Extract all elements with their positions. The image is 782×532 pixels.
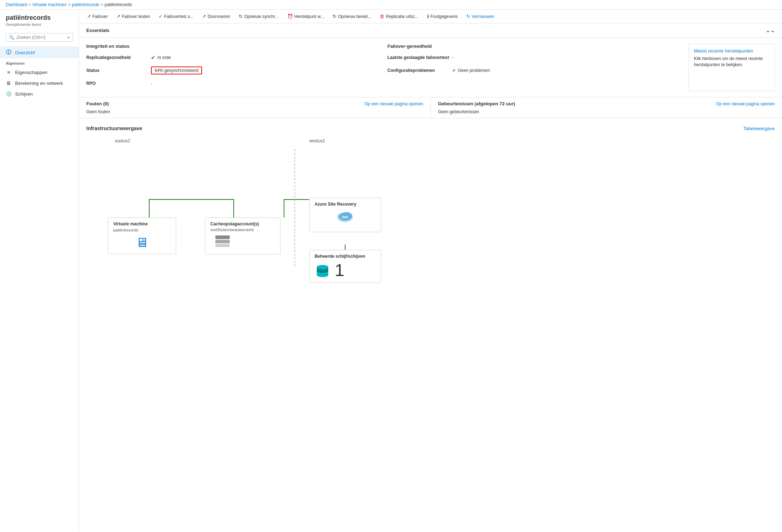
svg-point-8 (339, 212, 352, 221)
infra-title: Infrastructuurweergave (86, 125, 142, 131)
failover-column: Failover-gereedheid Laatste geslaagde fa… (388, 43, 674, 91)
toolbar: ↗ Failover ↗ Failover testen ✓ Failovert… (79, 10, 782, 23)
failover-icon: ↗ (87, 14, 91, 19)
doorvoeren-button[interactable]: ↗ Doorvoeren (198, 12, 234, 21)
laatste-failover-row: Laatste geslaagde failovertest - (388, 52, 674, 63)
breadcrumb-dashboard[interactable]: Dashboard (6, 2, 27, 7)
events-header: Gebeurtenissen (afgelopen 72 uur) Op een… (438, 101, 775, 106)
replicatie-button[interactable]: 🗑 Replicatie uitsc... (376, 12, 422, 21)
disk-count: 1 (335, 262, 344, 279)
svg-rect-4 (215, 244, 230, 247)
errors-header: Fouten (0) Op een nieuwe pagina openen (86, 101, 423, 106)
disk-icon (315, 262, 330, 279)
foutgegevens-button[interactable]: ℹ Foutgegevens (424, 12, 461, 21)
herstelpunten-box: Meest recente herstelpunten Klik hierbov… (689, 43, 775, 91)
rpo-row: RPO - (86, 78, 373, 88)
shield-icon: ↻ (333, 14, 337, 19)
check-icon: ✓ (159, 14, 163, 19)
events-column: Gebeurtenissen (afgelopen 72 uur) Op een… (431, 97, 782, 118)
search-input[interactable] (17, 35, 67, 40)
info-icon: ⓘ (6, 49, 12, 56)
errors-link[interactable]: Op een nieuwe pagina openen (365, 101, 423, 106)
search-box: 🔍 « (6, 33, 73, 42)
page-subtitle: Gerepliceerde items (6, 22, 73, 27)
events-link[interactable]: Op een nieuwe pagina openen (716, 101, 775, 106)
main-content: Essentials ⌄⌄ Integriteit en status Repl… (79, 23, 782, 532)
laatste-failover-value: - (452, 55, 454, 60)
breadcrumb: Dashboard > Virtuele machines > patiëntr… (0, 0, 782, 10)
sidebar-nav: ⓘ Overzicht Algemeen ≡ Eigenschappen 🖥 B… (0, 47, 79, 532)
vernieuwen-button[interactable]: ↻ Vernieuwen (463, 12, 498, 21)
sidebar-item-schijven[interactable]: 💿 Schijven (0, 88, 79, 99)
asr-icon (315, 210, 376, 228)
region-eastus2-label: eastus2 (115, 138, 130, 143)
failover-button[interactable]: ↗ Failover (83, 12, 111, 21)
infra-diagram: eastus2 westus2 (86, 138, 775, 275)
cache-box: Cacheopslagaccount(s) smd3hylamnavaulasr… (205, 217, 280, 254)
infra-header: Infrastructuurweergave Tabelweergave (86, 125, 775, 131)
breadcrumb-records1[interactable]: patiëntrecords (72, 2, 99, 7)
essentials-collapse-button[interactable]: ⌄⌄ (765, 27, 775, 34)
failover-title: Failover-gereedheid (388, 43, 674, 49)
breadcrumb-vms[interactable]: Virtuele machines (32, 2, 67, 7)
sidebar-item-overzicht[interactable]: ⓘ Overzicht (0, 47, 79, 58)
network-icon: 🖥 (6, 80, 12, 86)
svg-rect-3 (215, 240, 230, 243)
sidebar-header: patiëntrecords Gerepliceerde items (0, 10, 79, 28)
errors-column: Fouten (0) Op een nieuwe pagina openen G… (79, 97, 431, 118)
doorvoeren-icon: ↗ (202, 14, 206, 19)
vm-icon: 🖥 (113, 235, 171, 250)
sync-icon: ↻ (239, 14, 243, 19)
table-view-link[interactable]: Tabelweergave (744, 126, 775, 131)
config-check-icon: ✔ (452, 68, 456, 73)
page-title: patiëntrecords (6, 14, 73, 22)
herstelpunten-title[interactable]: Meest recente herstelpunten (694, 48, 769, 54)
events-empty: Geen gebeurtenissen (438, 109, 775, 114)
configuratie-value: Geen problemen (458, 68, 490, 73)
cache-icon (210, 235, 275, 251)
rpo-value: - (151, 81, 152, 86)
sidebar-item-berekening[interactable]: 🖥 Berekening en netwerk (0, 78, 79, 88)
asr-box: Azure Site Recovery (309, 198, 381, 232)
disk-icon: 💿 (6, 91, 12, 97)
herstelpunt-button[interactable]: ⏰ Herstelpunt w... (284, 12, 328, 21)
search-icon: 🔍 (9, 35, 14, 40)
infrastructure-section: Infrastructuurweergave Tabelweergave eas… (79, 118, 782, 282)
opnieuw-beveil-button[interactable]: ↻ Opnieuw beveil... (329, 12, 375, 21)
delete-icon: 🗑 (380, 14, 384, 19)
errors-title: Fouten (0) (86, 101, 109, 106)
integrity-title: Integriteit en status (86, 43, 373, 49)
errors-empty: Geen fouten (86, 109, 423, 114)
clock-icon: ⏰ (287, 14, 293, 19)
sidebar-collapse-button[interactable]: « (67, 35, 70, 40)
replicatiegezondheid-row: Replicatiegezondheid ✔ In orde (86, 52, 373, 63)
failover-testen-button[interactable]: ↗ Failover testen (113, 12, 154, 21)
svg-point-13 (317, 265, 328, 269)
failover-test-icon: ↗ (116, 14, 120, 19)
properties-icon: ≡ (6, 69, 12, 75)
essentials-label: Essentials (86, 28, 109, 33)
opnieuw-synchr-button[interactable]: ↻ Opnieuw synchr... (235, 12, 282, 21)
configuratie-row: Configuratieproblemen ✔ Geen problemen (388, 65, 674, 75)
check-icon: ✔ (151, 55, 155, 60)
region-westus2-label: westus2 (309, 138, 325, 143)
herstelpunten-text: Klik hierboven om de meest recente herst… (694, 56, 769, 68)
content-area: ↗ Failover ↗ Failover testen ✓ Failovert… (79, 10, 782, 532)
sidebar-section-algemeen: Algemeen (0, 58, 79, 67)
errors-events-section: Fouten (0) Op een nieuwe pagina openen G… (79, 97, 782, 118)
sidebar-item-eigenschappen[interactable]: ≡ Eigenschappen (0, 67, 79, 78)
status-row: Status 64% gesynchroniseerd (86, 65, 373, 75)
failovertest-o-button[interactable]: ✓ Failovertest o... (155, 12, 197, 21)
vm-box: Virtuele machine patiëntrecords 🖥 (108, 217, 176, 254)
replicatiegezondheid-value: In orde (157, 55, 171, 60)
essentials-body: Integriteit en status Replicatiegezondhe… (79, 38, 782, 97)
events-title: Gebeurtenissen (afgelopen 72 uur) (438, 101, 515, 106)
sidebar: patiëntrecords Gerepliceerde items 🔍 « ⓘ… (0, 10, 79, 532)
essentials-header: Essentials ⌄⌄ (79, 23, 782, 38)
breadcrumb-current: patiëntrecords (105, 2, 132, 7)
status-value: 64% gesynchroniseerd (151, 66, 202, 74)
svg-rect-2 (215, 235, 230, 239)
refresh-icon: ↻ (466, 14, 470, 19)
integrity-column: Integriteit en status Replicatiegezondhe… (86, 43, 373, 91)
fout-icon: ℹ (427, 14, 429, 19)
